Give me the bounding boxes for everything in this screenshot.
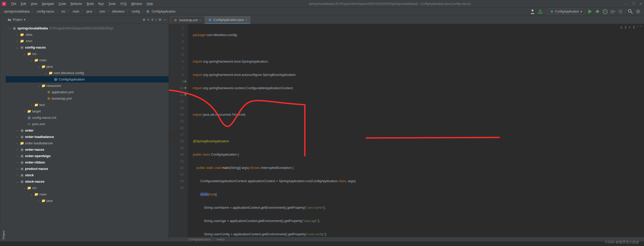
nav-bar: springcloudalibaba〉 config-nacos〉 src〉 m… — [0, 8, 644, 15]
svg-text:C: C — [147, 10, 149, 13]
bc-main[interactable]: main — [72, 9, 80, 14]
tree-item[interactable]: ›📁.idea — [6, 31, 169, 38]
tree-item[interactable]: ›📁order-loadbalancer — [6, 140, 169, 146]
tree-item[interactable]: ›▣order-loadbalance — [6, 134, 169, 140]
bc-class[interactable]: ConfigApplication — [151, 9, 176, 14]
tree-item[interactable]: ›📁test — [6, 102, 169, 108]
menu-window[interactable]: Window — [129, 1, 144, 7]
bc-method-label[interactable]: main() — [217, 238, 225, 241]
title-bar: IJ File Edit View Navigate Code Refactor… — [0, 0, 644, 8]
collapse-icon[interactable]: ≑ — [151, 18, 154, 21]
minimize-icon[interactable]: — — [624, 2, 627, 6]
menu-edit[interactable]: Edit — [19, 1, 28, 7]
tree-item[interactable]: ⌄▣config-nacos — [6, 44, 169, 51]
spring-icon[interactable]: ❀ — [184, 78, 187, 85]
tree-item[interactable]: ›▣order-openfeign — [6, 153, 169, 159]
menu-help[interactable]: Help — [145, 1, 155, 7]
tree-item[interactable]: ⬢application.yml — [6, 89, 169, 95]
stop-button[interactable] — [618, 9, 623, 14]
class-icon: C — [208, 18, 212, 22]
menu-navigate[interactable]: Navigate — [40, 1, 56, 7]
tree-item[interactable]: ›▣product-nacos — [6, 166, 169, 172]
tree-item[interactable]: ⌄📁main — [6, 191, 169, 197]
run-gutter-icon[interactable] — [185, 91, 187, 98]
inspection-widget[interactable]: ⚠1 ✔1 ˆ ˇ — [620, 26, 641, 29]
tree-item[interactable]: ⌄📁java — [6, 63, 169, 70]
bc-config[interactable]: config — [131, 9, 141, 14]
chevron-down-icon[interactable]: ▾ — [24, 18, 25, 21]
close-icon[interactable]: × — [245, 18, 247, 22]
bc-root[interactable]: springcloudalibaba — [3, 9, 31, 14]
maximize-icon[interactable]: ❐ — [632, 2, 635, 6]
yml-icon: ⬢ — [174, 18, 178, 22]
coverage-button[interactable] — [602, 9, 608, 14]
project-tool-tab[interactable]: Project — [0, 15, 6, 241]
menu-tools[interactable]: Tools — [106, 1, 118, 7]
expand-icon[interactable]: ≡ — [147, 18, 149, 21]
tree-item[interactable]: ⌄📁resources — [6, 83, 169, 89]
gear-icon[interactable]: ⚙ — [159, 18, 161, 21]
tree-root[interactable]: ⌄▣springcloudalibabaD:\ProgramWorkSpace\… — [6, 25, 169, 31]
tree-item[interactable]: ▦config-nacos.iml — [6, 114, 169, 121]
tree-item[interactable]: mpom.xml — [6, 121, 169, 127]
bc-com[interactable]: com — [98, 9, 106, 14]
svg-marker-7 — [589, 9, 592, 14]
bc-class-label[interactable]: ConfigApplication — [189, 238, 211, 241]
app-icon: IJ — [2, 2, 6, 6]
tree-item[interactable]: ›▣order-nacos — [6, 146, 169, 153]
menu-view[interactable]: View — [29, 1, 39, 7]
menu-refactor[interactable]: Refactor — [69, 1, 84, 7]
build-icon[interactable] — [537, 9, 543, 14]
tree-item[interactable]: ⌄📁main — [6, 57, 169, 63]
code-body[interactable]: package com.itbluebox.config; import org… — [188, 24, 644, 237]
close-icon[interactable]: × — [199, 18, 201, 22]
bc-module[interactable]: config-nacos — [36, 9, 55, 14]
tree-item-configapp[interactable]: ConfigApplication — [6, 76, 169, 83]
tab-label: ConfigApplication.java — [213, 18, 244, 22]
gutter: 12345678 9 ❀ 10 11 121314151617181920212… — [169, 24, 188, 237]
search-icon[interactable] — [628, 9, 633, 14]
user-icon[interactable] — [530, 9, 535, 14]
debug-button[interactable] — [595, 9, 600, 14]
profiler-button[interactable]: ▾ — [610, 9, 616, 14]
tree-item[interactable]: ⌄📁src — [6, 51, 169, 57]
tree-item[interactable]: ›📁.mvn — [6, 38, 169, 44]
project-panel: Project ▾ ⊕ ≡ ≑ | ⚙ — ⌄▣springcloudaliba… — [6, 15, 169, 241]
close-icon[interactable]: ✕ — [639, 2, 642, 6]
chevron-down-icon[interactable]: ˇ — [640, 26, 641, 29]
hide-icon[interactable]: — — [163, 18, 166, 21]
svg-marker-12 — [604, 11, 606, 12]
svg-text:IJ: IJ — [3, 3, 5, 5]
menu-code[interactable]: Code — [57, 1, 68, 7]
tab-bootstrap[interactable]: ⬢ bootstrap.yml × — [171, 16, 204, 24]
tree-item[interactable]: ›▣order-ribbon — [6, 159, 169, 166]
tree-item[interactable]: ⌄📁com.itbluebox.config — [6, 70, 169, 76]
tree-item[interactable]: ›📁target — [6, 108, 169, 114]
run-button[interactable] — [587, 9, 593, 14]
menu-vcs[interactable]: VCS — [118, 1, 129, 7]
project-tree: ⌄▣springcloudalibabaD:\ProgramWorkSpace\… — [6, 24, 169, 241]
warning-icon: ⚠ — [620, 26, 623, 29]
svg-line-14 — [612, 11, 613, 11]
tab-configapp[interactable]: C ConfigApplication.java × — [205, 16, 250, 24]
chevron-up-icon[interactable]: ˆ — [637, 26, 638, 29]
svg-point-4 — [531, 9, 533, 11]
bc-java[interactable]: java — [85, 9, 93, 14]
run-gutter-icon[interactable] — [185, 85, 187, 91]
tree-item[interactable]: ›📁java — [6, 197, 169, 204]
settings-icon[interactable] — [635, 9, 641, 14]
menu-run[interactable]: Run — [96, 1, 106, 7]
bc-src[interactable]: src — [60, 9, 66, 14]
menu-file[interactable]: File — [9, 1, 18, 7]
tree-item[interactable]: ⌄▣stock-nacos — [6, 178, 169, 185]
run-config-select[interactable]: ConfigApplication ▾ — [547, 9, 585, 14]
menu-build[interactable]: Build — [85, 1, 96, 7]
tree-item[interactable]: ⬢bootstrap.yml — [6, 95, 169, 102]
locate-icon[interactable]: ⊕ — [143, 18, 145, 21]
tree-item[interactable]: ⌄📁src — [6, 185, 169, 191]
bc-itbluebox[interactable]: itbluebox — [111, 9, 126, 14]
tree-item[interactable]: ›▣order — [6, 127, 169, 134]
window-title: springcloudalibaba [D:\ProgramWorkSpace\… — [155, 2, 624, 6]
code-editor[interactable]: 12345678 9 ❀ 10 11 121314151617181920212… — [169, 24, 644, 237]
tree-item[interactable]: ›▣stock — [6, 172, 169, 178]
